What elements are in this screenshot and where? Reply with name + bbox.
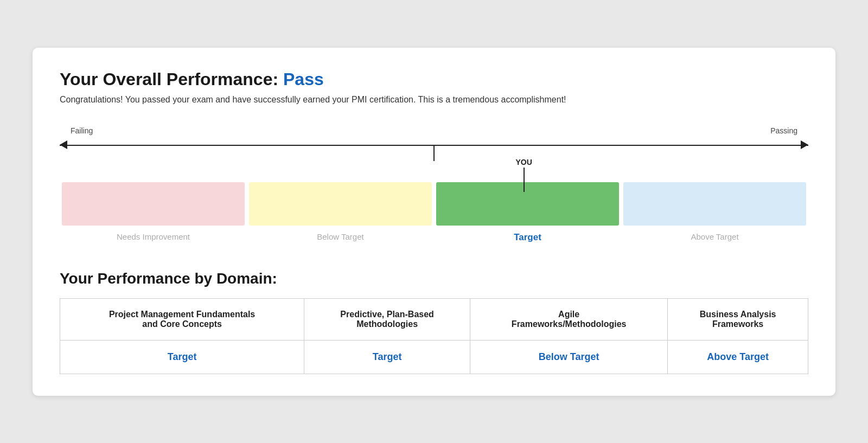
overall-title: Your Overall Performance: Pass <box>60 69 808 89</box>
bar-labels-row: Needs Improvement Below Target Target Ab… <box>60 230 808 243</box>
domain-section: Your Performance by Domain: Project Mana… <box>60 270 808 374</box>
passing-label: Passing <box>770 126 797 135</box>
label-below-target: Below Target <box>249 230 432 243</box>
label-target: Target <box>436 230 619 243</box>
you-label: YOU <box>515 158 532 166</box>
label-needs-improvement: Needs Improvement <box>62 230 245 243</box>
label-above-target: Above Target <box>623 230 806 243</box>
result-col-1: Target <box>304 340 470 374</box>
domain-table: Project Management Fundamentalsand Core … <box>60 298 808 374</box>
bar-target <box>436 182 619 226</box>
you-marker-container: YOU <box>60 158 808 182</box>
scale-section: Failing Passing YOU Needs Improvement Be… <box>60 126 808 243</box>
arrow-bar-container <box>60 137 808 153</box>
failing-label: Failing <box>71 126 93 135</box>
result-col-0: Target <box>60 340 304 374</box>
domain-title: Your Performance by Domain: <box>60 270 808 287</box>
arrow-bar <box>60 145 808 146</box>
col-header-0: Project Management Fundamentalsand Core … <box>60 298 304 340</box>
domain-header-row: Project Management Fundamentalsand Core … <box>60 298 808 340</box>
subtitle-text: Congratulations! You passed your exam an… <box>60 95 808 105</box>
scale-header-row: Failing Passing <box>60 126 808 135</box>
bar-needs-improvement <box>62 182 245 226</box>
overall-title-prefix: Your Overall Performance: <box>60 69 283 89</box>
col-header-1: Predictive, Plan-BasedMethodologies <box>304 298 470 340</box>
col-header-2: AgileFrameworks/Methodologies <box>470 298 668 340</box>
result-col-3: Above Target <box>668 340 808 374</box>
bar-below-target <box>249 182 432 226</box>
bars-row <box>60 182 808 226</box>
result-col-2: Below Target <box>470 340 668 374</box>
domain-results-row: Target Target Below Target Above Target <box>60 340 808 374</box>
bar-above-target <box>623 182 806 226</box>
main-card: Your Overall Performance: Pass Congratul… <box>33 48 835 396</box>
col-header-3: Business AnalysisFrameworks <box>668 298 808 340</box>
you-tick <box>524 168 525 192</box>
overall-result: Pass <box>283 69 324 89</box>
